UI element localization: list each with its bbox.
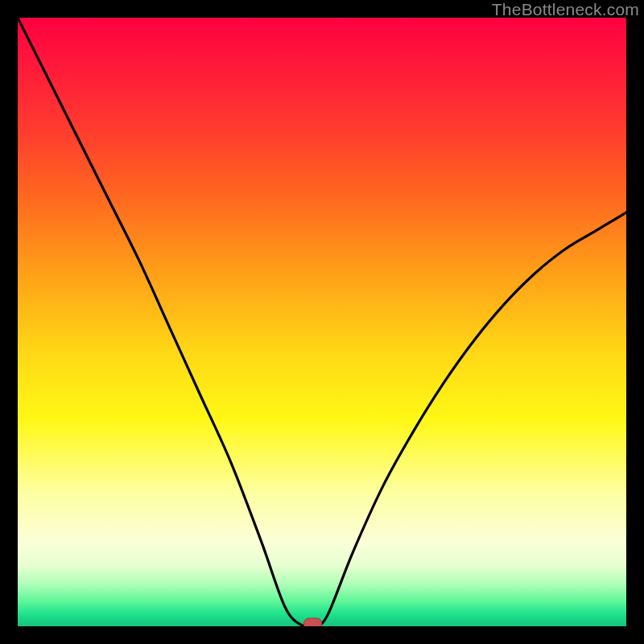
- bottleneck-curve: [18, 18, 626, 626]
- chart-stage: TheBottleneck.com: [0, 0, 644, 644]
- plot-area: [18, 18, 626, 626]
- curve-layer: [18, 18, 626, 626]
- optimal-marker: [304, 618, 322, 626]
- watermark-text: TheBottleneck.com: [492, 0, 639, 19]
